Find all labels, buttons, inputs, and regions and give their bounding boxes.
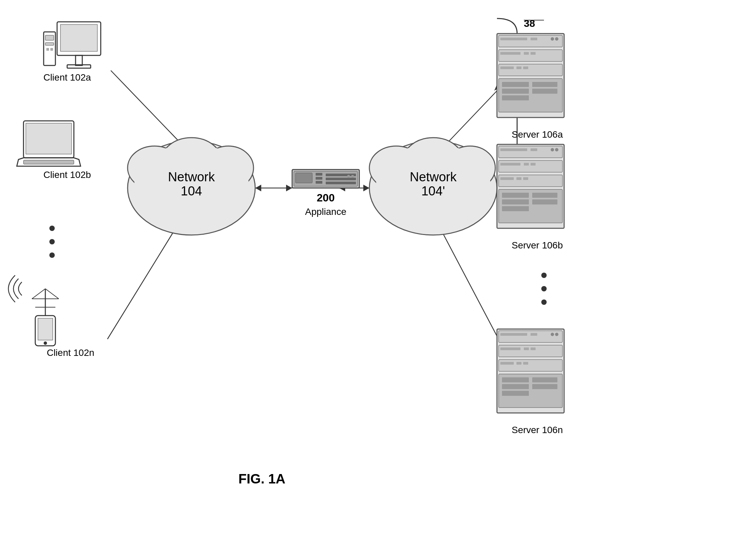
dots-clients-2 — [49, 239, 55, 244]
svg-point-38 — [44, 341, 47, 345]
client-102n-icon — [8, 275, 59, 346]
appliance-200-icon — [292, 170, 359, 188]
dots-clients-1 — [49, 226, 55, 231]
svg-rect-98 — [523, 177, 528, 180]
network-104-icon: Network 104 — [128, 138, 255, 235]
svg-rect-26 — [46, 48, 49, 51]
svg-rect-86 — [499, 146, 562, 158]
svg-point-89 — [551, 148, 554, 151]
svg-rect-66 — [499, 35, 562, 47]
svg-text:Network: Network — [410, 170, 457, 184]
svg-rect-113 — [524, 347, 529, 350]
svg-rect-88 — [531, 148, 537, 151]
svg-point-55 — [347, 175, 350, 178]
svg-rect-120 — [502, 377, 529, 382]
svg-rect-27 — [50, 48, 53, 51]
svg-rect-48 — [295, 173, 312, 183]
svg-text:104: 104 — [181, 184, 202, 198]
svg-rect-77 — [516, 66, 521, 69]
svg-rect-95 — [499, 175, 562, 187]
server-106a-icon — [497, 34, 564, 118]
svg-point-70 — [555, 37, 558, 41]
svg-rect-21 — [76, 55, 82, 65]
svg-rect-29 — [26, 123, 72, 154]
svg-rect-94 — [531, 163, 536, 166]
server-106b-label: Server 106b — [512, 240, 563, 250]
diagram-container: Client 102a Client 102b — [0, 0, 731, 560]
client-102a-icon — [44, 22, 101, 68]
dots-servers-2 — [541, 286, 547, 291]
svg-rect-115 — [499, 360, 562, 371]
svg-rect-91 — [499, 160, 562, 172]
svg-rect-78 — [523, 66, 528, 69]
svg-rect-116 — [500, 362, 514, 365]
svg-rect-76 — [500, 66, 514, 69]
svg-rect-121 — [502, 384, 529, 389]
svg-marker-9 — [255, 185, 261, 191]
dots-servers-1 — [541, 273, 547, 278]
svg-rect-102 — [502, 206, 529, 211]
svg-rect-84 — [532, 89, 557, 94]
svg-rect-122 — [502, 391, 529, 396]
svg-rect-74 — [531, 52, 536, 55]
svg-rect-104 — [532, 199, 557, 204]
svg-rect-37 — [38, 318, 53, 340]
server-106n-icon — [497, 329, 564, 413]
svg-rect-101 — [502, 199, 529, 204]
svg-rect-103 — [532, 193, 557, 198]
svg-marker-11 — [363, 185, 369, 191]
svg-marker-8 — [286, 185, 292, 191]
svg-point-69 — [551, 37, 554, 41]
client-102a-label: Client 102a — [43, 72, 91, 83]
svg-point-110 — [555, 333, 558, 336]
svg-rect-72 — [500, 52, 520, 55]
appliance-200-number: 200 — [317, 192, 334, 204]
svg-rect-68 — [531, 38, 537, 40]
svg-rect-83 — [532, 82, 557, 87]
svg-rect-93 — [524, 163, 529, 166]
svg-rect-50 — [316, 177, 322, 180]
svg-rect-30 — [24, 160, 74, 164]
svg-rect-81 — [502, 89, 529, 94]
svg-rect-106 — [499, 331, 562, 342]
client-102b-icon — [17, 121, 81, 166]
svg-rect-100 — [502, 193, 529, 198]
svg-rect-71 — [499, 50, 562, 61]
svg-rect-25 — [45, 43, 54, 45]
svg-rect-49 — [316, 173, 322, 176]
svg-point-56 — [351, 175, 354, 178]
svg-rect-73 — [524, 52, 529, 55]
svg-rect-112 — [500, 347, 520, 350]
appliance-label: Appliance — [305, 206, 347, 217]
svg-text:Network: Network — [168, 170, 215, 184]
svg-rect-80 — [502, 82, 529, 87]
svg-rect-107 — [500, 333, 527, 336]
svg-rect-20 — [60, 25, 97, 51]
svg-rect-124 — [532, 384, 557, 389]
dots-servers-3 — [541, 299, 547, 305]
svg-point-90 — [555, 148, 558, 151]
svg-rect-54 — [326, 182, 356, 184]
svg-rect-51 — [316, 181, 322, 184]
svg-rect-75 — [499, 64, 562, 76]
svg-rect-53 — [326, 178, 356, 180]
svg-rect-92 — [500, 163, 520, 166]
client-102b-label: Client 102b — [43, 170, 91, 180]
server-106a-label: Server 106a — [512, 129, 563, 140]
bracket-38-label: 38 — [524, 18, 535, 29]
svg-rect-22 — [67, 65, 91, 68]
client-102n-label: Client 102n — [47, 347, 94, 358]
svg-text:104': 104' — [421, 184, 445, 198]
svg-rect-118 — [523, 362, 528, 365]
svg-line-33 — [45, 289, 59, 299]
server-106b-icon — [497, 144, 564, 228]
svg-rect-117 — [516, 362, 521, 365]
svg-rect-114 — [531, 347, 536, 350]
svg-line-32 — [32, 289, 45, 299]
svg-rect-82 — [502, 95, 529, 100]
svg-rect-123 — [532, 377, 557, 382]
svg-rect-111 — [499, 345, 562, 357]
server-106n-label: Server 106n — [512, 425, 563, 435]
figure-label: FIG. 1A — [238, 471, 285, 486]
svg-rect-67 — [500, 38, 527, 40]
